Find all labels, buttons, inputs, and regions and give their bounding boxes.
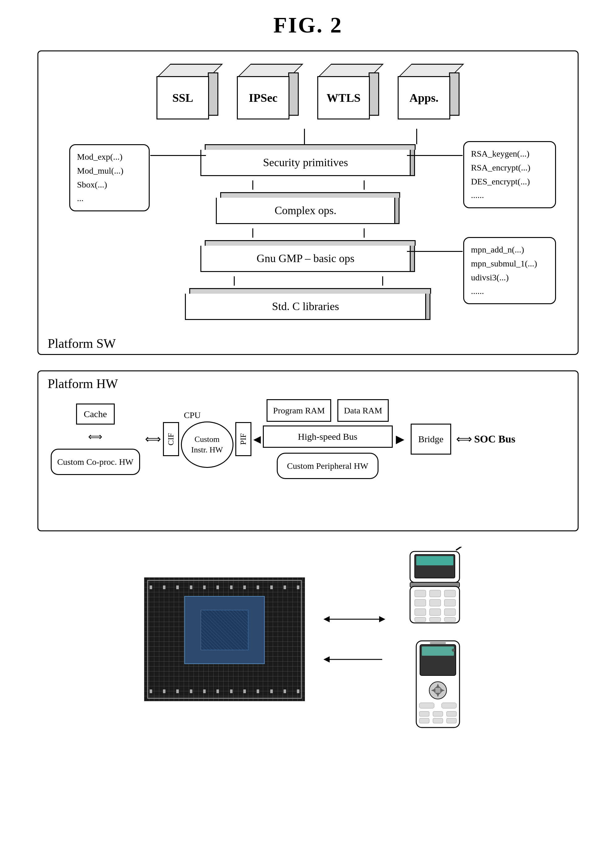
svg-rect-15: [430, 599, 441, 606]
right-callout-connector-bottom: [407, 251, 463, 252]
vert-line-5: [234, 276, 235, 286]
pif-bus-arrow: ◀: [253, 433, 261, 445]
callout-left-line4: ...: [77, 192, 142, 205]
cpu-col: CPU Custom Instr. HW: [181, 410, 234, 468]
sec-prim-main: Security primitives: [200, 150, 416, 176]
gnu-gmp-main: Gnu GMP – basic ops: [200, 246, 416, 272]
left-callout-connector: [150, 155, 206, 156]
vert-line-6: [382, 276, 383, 286]
ipsec-cube-front: IPSec: [237, 76, 289, 120]
svg-rect-36: [446, 711, 456, 716]
sec-prim-top: [205, 144, 416, 150]
devices-col: [404, 547, 472, 732]
svg-rect-14: [415, 599, 426, 606]
bridge-box: Bridge: [411, 424, 451, 455]
wtls-cube-front: WTLS: [317, 76, 370, 120]
sec-prim-side: [411, 150, 415, 176]
complex-ops-top: [220, 192, 400, 198]
complex-ops-main: Complex ops.: [216, 198, 400, 224]
left-arrow-svg: [324, 652, 385, 667]
platform-sw-box: SSL IPSec WTLS Apps.: [37, 51, 579, 355]
data-ram-box: Data RAM: [337, 399, 389, 422]
apps-cube: Apps.: [398, 64, 460, 120]
wtls-cube-side: [368, 72, 379, 116]
sw-box-bottom-3d: [44, 354, 583, 360]
svg-rect-39: [446, 718, 456, 723]
program-ram-box: Program RAM: [267, 399, 331, 422]
bidir-arrow-top: [324, 611, 385, 627]
candy-bar-phone: [413, 638, 463, 732]
std-c-side: [426, 294, 431, 320]
high-speed-bus-box: High-speed Bus: [263, 426, 393, 448]
svg-line-5: [456, 547, 461, 550]
hw-box-bottom-3d: [44, 530, 583, 536]
svg-marker-4: [324, 656, 330, 662]
flip-phone-svg: [404, 547, 472, 627]
vert-line-2: [364, 181, 365, 190]
cache-cpu-arrow: ⟺: [145, 433, 161, 446]
svg-rect-19: [444, 609, 456, 616]
svg-rect-33: [442, 703, 456, 708]
svg-rect-25: [422, 647, 454, 656]
custom-coproc-box: Custom Co-proc. HW: [51, 449, 140, 475]
chip-outline: [147, 580, 301, 699]
svg-rect-12: [430, 590, 441, 597]
vert-line-1: [252, 181, 253, 190]
pif-box: PIF: [235, 422, 251, 456]
platform-hw-label: Platform HW: [47, 376, 118, 391]
flip-phone: [404, 547, 472, 628]
wtls-cube: WTLS: [317, 64, 379, 120]
layers-stack: Mod_exp(...) Mod_mul(...) Sbox(...) ... …: [51, 144, 565, 339]
svg-rect-22: [444, 618, 456, 622]
bridge-soc-arrow: ⟺: [456, 433, 472, 446]
security-primitives-row: Mod_exp(...) Mod_mul(...) Sbox(...) ... …: [51, 144, 565, 176]
svg-rect-17: [415, 609, 426, 616]
vert-line-4: [364, 228, 365, 238]
gnu-gmp-side: [411, 246, 415, 272]
callout-right-bottom-line4: ......: [471, 284, 548, 298]
svg-rect-16: [444, 599, 456, 606]
callout-right-bottom-line2: mpn_submul_1(...): [471, 257, 548, 271]
custom-peripheral-box: Custom Peripheral HW: [277, 453, 379, 479]
std-c-main: Std. C libraries: [185, 294, 431, 320]
callout-left-line2: Mod_mul(...): [77, 164, 142, 178]
callout-right-top-line2: RSA_encrypt(...): [471, 161, 548, 175]
callout-right-bottom: mpn_add_n(...) mpn_submul_1(...) udivsi3…: [463, 237, 556, 304]
cif-box: CIF: [163, 422, 179, 456]
bidir-arrow-svg: [324, 611, 385, 627]
vert-line-3: [252, 228, 253, 238]
svg-rect-34: [419, 711, 429, 716]
apps-cube-side: [449, 72, 460, 116]
std-c-face: Std. C libraries: [185, 294, 426, 320]
custom-instr-box: Custom Instr. HW: [181, 421, 234, 468]
std-c-3d: Std. C libraries: [185, 288, 431, 320]
center-col: Program RAM Data RAM High-speed Bus Cust…: [263, 399, 393, 479]
callout-left-line1: Mod_exp(...): [77, 150, 142, 164]
svg-rect-21: [430, 618, 441, 622]
svg-rect-40: [430, 642, 446, 644]
hw-layout: Cache ⟺ Custom Co-proc. HW ⟺ CIF CPU Cus…: [51, 399, 565, 479]
callout-right-top: RSA_keygen(...) RSA_encrypt(...) DES_enc…: [463, 141, 556, 208]
left-arrow-bottom: [324, 652, 385, 667]
svg-rect-38: [433, 718, 443, 723]
svg-rect-32: [419, 703, 434, 708]
soc-bus-label: SOC Bus: [474, 432, 515, 446]
callout-right-bottom-line3: udivsi3(...): [471, 271, 548, 285]
connector-line-left: [304, 129, 305, 144]
sec-prim-face: Security primitives: [200, 150, 411, 176]
top-boxes-row: SSL IPSec WTLS Apps.: [51, 64, 565, 120]
svg-marker-2: [379, 616, 385, 622]
security-primitives-3d: Security primitives: [200, 144, 416, 176]
svg-rect-11: [415, 590, 426, 597]
bus-bridge-arrow: ▶: [396, 433, 405, 446]
connector-line-right: [416, 129, 417, 144]
svg-point-41: [452, 648, 455, 652]
complex-ops-3d: Complex ops.: [216, 192, 400, 224]
callout-left-line3: Sbox(...): [77, 178, 142, 192]
callout-right-top-line3: DES_encrypt(...): [471, 175, 548, 189]
svg-marker-1: [324, 616, 330, 622]
gnu-gmp-face: Gnu GMP – basic ops: [200, 246, 411, 272]
cache-box: Cache: [76, 403, 115, 424]
chip-arrows: [324, 611, 385, 667]
chip-image: [144, 578, 305, 701]
